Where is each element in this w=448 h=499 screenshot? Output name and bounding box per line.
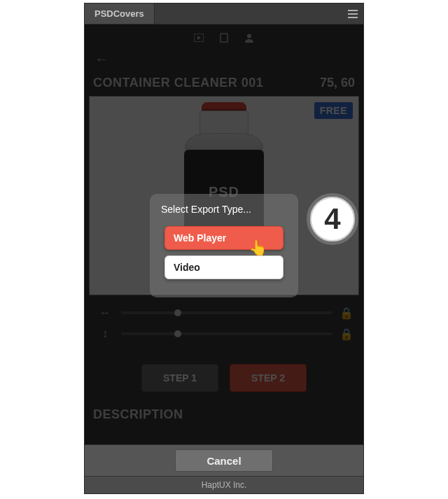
app-title: PSDCovers <box>94 8 144 19</box>
modal-title: Select Export Type... <box>160 204 288 226</box>
credit-text: HaptUX Inc. <box>202 480 247 490</box>
credit-bar: HaptUX Inc. <box>85 477 363 493</box>
cancel-bar: Cancel <box>85 444 363 477</box>
header-bar: PSDCovers <box>85 3 363 24</box>
page-frame: PSDCovers ← <box>0 0 448 499</box>
tutorial-step-number: 4 <box>324 202 340 236</box>
footer: Cancel HaptUX Inc. <box>85 444 363 493</box>
header-spacer <box>155 3 342 24</box>
export-option-video[interactable]: Video <box>164 255 284 279</box>
export-option-video-label: Video <box>174 262 200 273</box>
tutorial-step-callout: 4 <box>307 193 358 245</box>
export-option-web-player[interactable]: Web Player 👆 <box>164 226 284 250</box>
app-panel: PSDCovers ← <box>84 3 364 494</box>
app-title-tab: PSDCovers <box>85 3 155 24</box>
export-type-modal: Select Export Type... Web Player 👆 Video <box>150 194 298 297</box>
cancel-button[interactable]: Cancel <box>175 449 273 472</box>
export-option-web-player-label: Web Player <box>174 232 226 244</box>
cancel-label: Cancel <box>206 455 241 467</box>
menu-icon[interactable] <box>342 3 363 24</box>
